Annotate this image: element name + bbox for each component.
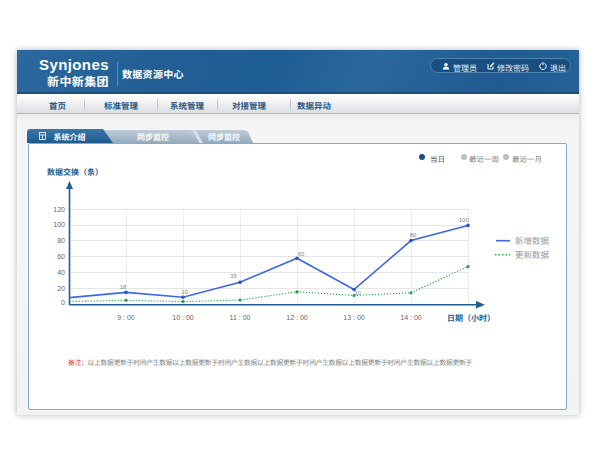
- svg-text:系统介绍: 系统介绍: [54, 133, 86, 142]
- svg-text:13 : 00: 13 : 00: [343, 314, 365, 321]
- svg-text:同步监控: 同步监控: [208, 133, 240, 142]
- svg-text:10 : 00: 10 : 00: [172, 314, 194, 321]
- svg-text:9 : 00: 9 : 00: [117, 314, 135, 321]
- svg-text:11 : 00: 11 : 00: [230, 314, 251, 321]
- svg-text:100: 100: [459, 217, 470, 223]
- svg-text:80: 80: [410, 232, 417, 238]
- svg-text:更新数据: 更新数据: [515, 250, 550, 260]
- svg-text:0: 0: [61, 299, 65, 306]
- svg-text:60: 60: [298, 251, 305, 257]
- svg-text:35: 35: [230, 273, 237, 279]
- svg-text:12 : 00: 12 : 00: [286, 314, 308, 321]
- svg-text:120: 120: [53, 206, 65, 213]
- svg-text:100: 100: [53, 221, 65, 228]
- svg-text:同步监控: 同步监控: [137, 133, 169, 142]
- svg-text:10: 10: [354, 290, 361, 296]
- svg-text:40: 40: [57, 269, 65, 276]
- svg-text:20: 20: [57, 285, 65, 292]
- svg-text:18: 18: [120, 284, 127, 290]
- svg-text:新增数据: 新增数据: [515, 236, 550, 246]
- svg-text:10: 10: [181, 289, 188, 295]
- svg-text:14 : 00: 14 : 00: [400, 314, 422, 321]
- svg-text:80: 80: [57, 237, 65, 244]
- svg-text:60: 60: [57, 253, 65, 260]
